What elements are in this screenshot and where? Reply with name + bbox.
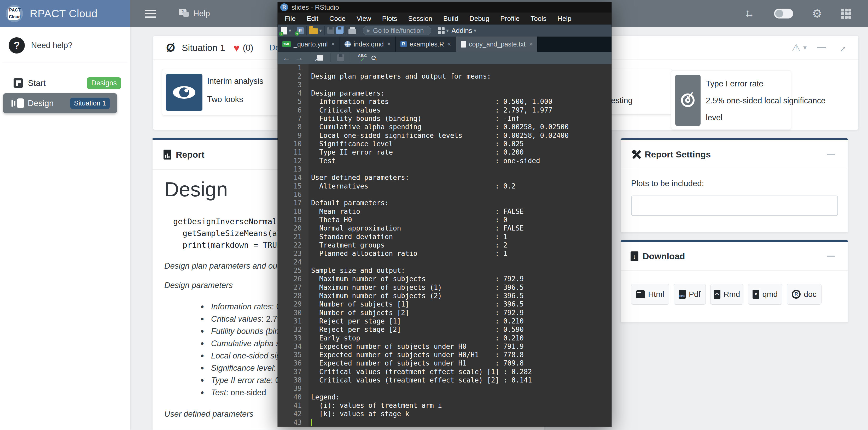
download-rmd-button[interactable]: Rmd xyxy=(710,284,743,305)
download-header: Download xyxy=(621,242,848,271)
heart-icon[interactable]: ♥ xyxy=(234,42,240,53)
editor-line xyxy=(311,384,612,393)
interim-analysis-card[interactable]: Interim analysis Two looks xyxy=(162,69,298,115)
apps-grid-icon[interactable] xyxy=(841,9,851,19)
rstudio-menubar: FileEditCodeViewPlotsSessionBuildDebugPr… xyxy=(278,12,612,25)
sidebar-item-start[interactable]: Start Designs xyxy=(0,74,130,92)
editor-line xyxy=(311,165,612,173)
rstudio-window-title: slides - RStudio xyxy=(291,3,339,11)
expand-card-icon[interactable]: ↔ xyxy=(834,40,849,55)
editor-line: (i): values of treatment arm i xyxy=(311,401,612,410)
open-in-new-window-icon[interactable] xyxy=(317,55,323,61)
rstudio-editor-toolbar: ← → ABC ✓ xyxy=(278,52,612,64)
type1-title: Type I error rate xyxy=(706,75,826,92)
report-panel-title: Report xyxy=(176,150,205,160)
collapse-download-button[interactable] xyxy=(827,256,835,257)
new-file-icon[interactable] xyxy=(281,27,287,34)
tab-copy-and-paste-txt[interactable]: copy_and_paste.txt× xyxy=(456,37,537,52)
editor-line: Sample size and output: xyxy=(311,266,612,275)
rstudio-menu-item[interactable]: Debug xyxy=(464,14,495,23)
situation-title: Situation 1 xyxy=(182,42,225,53)
rstudio-menu-item[interactable]: Plots xyxy=(377,14,403,23)
panes-layout-icon[interactable] xyxy=(438,27,444,34)
close-icon[interactable]: × xyxy=(387,40,391,48)
design-icon xyxy=(11,98,25,109)
save-all-icon[interactable] xyxy=(336,27,343,34)
collapse-settings-button[interactable] xyxy=(827,154,835,155)
editor-line: [k]: values at stage k xyxy=(311,410,612,418)
rstudio-menu-item[interactable]: Code xyxy=(324,14,351,23)
rstudio-menu-item[interactable]: Profile xyxy=(495,14,525,23)
download-doc-button[interactable]: doc xyxy=(787,284,822,305)
gear-icon[interactable]: ⚙ xyxy=(812,8,822,19)
editor-line: Type II error rate : 0.200 xyxy=(311,148,612,156)
rstudio-titlebar[interactable]: R slides - RStudio xyxy=(278,2,612,12)
code-editor[interactable]: 1234567891011121314151617181920212223242… xyxy=(278,64,612,427)
editor-line: Reject per stage [1] : 0.210 xyxy=(311,317,612,325)
help-button[interactable]: ? Help xyxy=(179,9,210,18)
type1-error-card[interactable]: ✓ Type I error rate 2.5% one-sided local… xyxy=(671,70,791,130)
editor-line: Treatment groups : 2 xyxy=(311,241,612,249)
plots-included-label: Plots to be included: xyxy=(631,179,837,188)
panes-caret-icon[interactable]: ▾ xyxy=(446,27,449,34)
editor-line-numbers: 1234567891011121314151617181920212223242… xyxy=(278,64,309,427)
rstudio-menu-item[interactable]: Edit xyxy=(301,14,324,23)
target-icon-block: ✓ xyxy=(675,75,701,126)
hamburger-menu-icon[interactable] xyxy=(145,9,156,18)
fullscreen-icon[interactable]: ↔↔ xyxy=(744,8,755,19)
download-title: Download xyxy=(643,251,685,261)
rstudio-menu-item[interactable]: Tools xyxy=(525,14,552,23)
sidebar-item-need-help[interactable]: ? Need help? xyxy=(0,34,130,56)
close-icon[interactable]: × xyxy=(447,40,451,48)
theme-toggle[interactable] xyxy=(774,9,793,19)
goto-file-function-input[interactable]: ▶ Go to file/function xyxy=(363,26,431,35)
editor-line: Maximum number of subjects : 792.9 xyxy=(311,275,612,283)
sidebar-item-design[interactable]: Design Situation 1 xyxy=(3,93,117,113)
rstudio-menu-item[interactable]: File xyxy=(279,14,301,23)
tab-quarto-yml[interactable]: YML _quarto.yml× xyxy=(278,37,340,52)
type1-card-text: Type I error rate 2.5% one-sided local s… xyxy=(706,75,826,126)
rstudio-menu-item[interactable]: Session xyxy=(403,14,438,23)
pdf-icon xyxy=(679,290,686,299)
addins-caret-icon[interactable]: ▾ xyxy=(474,27,476,34)
qmd-icon xyxy=(752,290,760,299)
back-arrow-icon[interactable]: ← xyxy=(282,54,291,62)
download-html-button[interactable]: Html xyxy=(631,284,669,305)
close-icon[interactable]: × xyxy=(529,40,533,48)
rstudio-logo-icon: R xyxy=(280,3,288,11)
save-icon[interactable] xyxy=(327,27,334,34)
forward-arrow-icon[interactable]: → xyxy=(295,54,303,62)
print-icon[interactable] xyxy=(348,29,356,34)
open-file-caret-icon[interactable]: ▾ xyxy=(319,27,322,34)
start-label: Start xyxy=(28,78,46,88)
close-icon[interactable]: × xyxy=(331,40,335,48)
spellcheck-icon[interactable]: ABC ✓ xyxy=(358,54,367,62)
plots-included-input[interactable] xyxy=(631,196,838,216)
doc-icon xyxy=(792,290,801,299)
editor-save-icon[interactable] xyxy=(337,54,344,61)
tab-index-qmd[interactable]: index.qmd× xyxy=(340,37,396,52)
warning-dropdown[interactable]: ⚠ ▾ xyxy=(792,43,807,53)
editor-line: Significance level : 0.025 xyxy=(311,140,612,148)
editor-line: Maximum number of subjects (1) : 396.5 xyxy=(311,283,612,292)
collapse-card-button[interactable] xyxy=(817,47,826,48)
new-project-icon[interactable]: R xyxy=(297,27,304,34)
rstudio-menu-item[interactable]: Build xyxy=(438,14,464,23)
new-file-caret-icon[interactable]: ▾ xyxy=(289,27,291,34)
search-icon[interactable] xyxy=(371,56,376,60)
download-file-icon xyxy=(630,252,639,261)
txt-file-icon xyxy=(461,41,466,47)
editor-line: Mean ratio : FALSE xyxy=(311,207,612,216)
open-file-icon[interactable] xyxy=(309,28,318,34)
rstudio-menu-item[interactable]: View xyxy=(351,14,377,23)
rstudio-menu-item[interactable]: Help xyxy=(552,14,577,23)
download-qmd-button[interactable]: qmd xyxy=(748,284,782,305)
editor-line: Information rates : 0.500, 1.000 xyxy=(311,97,612,106)
download-pdf-button[interactable]: Pdf xyxy=(674,284,706,305)
rpact-logo-icon: PACT Cloud xyxy=(6,5,23,22)
tab-examples-r[interactable]: R examples.R× xyxy=(396,37,456,52)
editor-line: Expected number of subjects under H0 : 7… xyxy=(311,342,612,351)
editor-line xyxy=(311,418,612,427)
editor-line: Standard deviation : 1 xyxy=(311,233,612,241)
addins-menu[interactable]: Addins xyxy=(452,27,472,35)
